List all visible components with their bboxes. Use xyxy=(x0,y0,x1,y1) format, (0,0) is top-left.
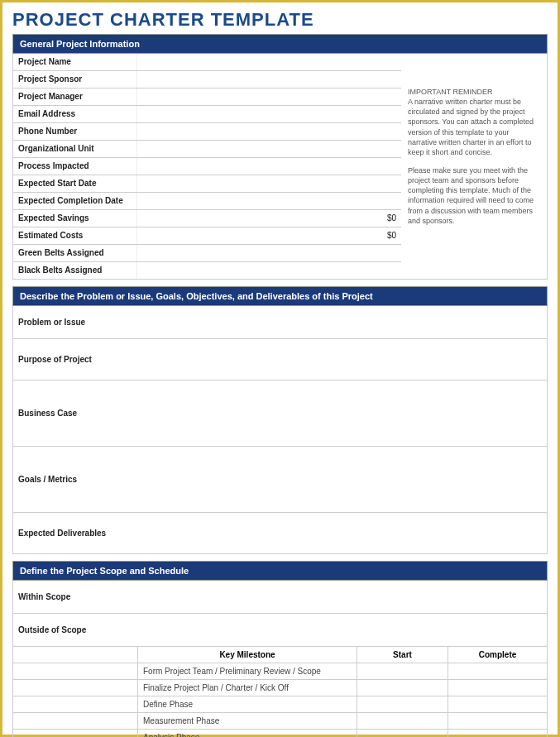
describe-row: Business Case xyxy=(12,380,548,447)
milestone-blank xyxy=(13,730,137,737)
describe-row: Goals / Metrics xyxy=(12,447,548,513)
milestone-complete[interactable] xyxy=(448,730,547,737)
info-label: Green Belts Assigned xyxy=(12,245,136,261)
info-row: Email Address xyxy=(12,106,401,123)
describe-label: Problem or Issue xyxy=(13,314,137,330)
info-value[interactable] xyxy=(136,245,401,261)
milestone-name: Finalize Project Plan / Charter / Kick O… xyxy=(137,680,357,696)
describe-label: Expected Deliverables xyxy=(13,525,137,541)
milestone-name: Measurement Phase xyxy=(137,713,357,729)
describe-label: Business Case xyxy=(13,405,137,421)
general-info-table: Project NameProject SponsorProject Manag… xyxy=(12,54,548,280)
reminder-panel: IMPORTANT REMINDER A narrative written c… xyxy=(401,54,548,280)
milestone-complete[interactable] xyxy=(448,696,547,712)
scope-label: Within Scope xyxy=(13,589,137,605)
info-value[interactable] xyxy=(136,158,401,175)
section-header-scope: Define the Project Scope and Schedule xyxy=(12,561,548,581)
info-value[interactable] xyxy=(136,141,401,157)
milestone-header-row: Key Milestone Start Complete xyxy=(12,647,548,663)
info-label: Project Manager xyxy=(12,89,136,105)
info-label: Project Sponsor xyxy=(12,71,136,88)
describe-label: Goals / Metrics xyxy=(13,471,137,487)
milestone-complete[interactable] xyxy=(448,663,547,679)
milestone-complete[interactable] xyxy=(448,713,547,729)
milestone-header-blank xyxy=(13,647,137,663)
describe-row: Expected Deliverables xyxy=(12,513,548,554)
milestone-start[interactable] xyxy=(357,730,448,737)
milestone-body: Form Project Team / Preliminary Review /… xyxy=(12,663,548,737)
reminder-p1: A narrative written charter must be circ… xyxy=(408,97,540,157)
milestone-row: Form Project Team / Preliminary Review /… xyxy=(12,663,548,680)
describe-row: Problem or Issue xyxy=(12,306,548,339)
info-label: Expected Start Date xyxy=(12,175,136,192)
milestone-row: Define Phase xyxy=(12,696,548,713)
milestone-header-start: Start xyxy=(357,647,448,663)
scope-row: Outside of Scope xyxy=(12,614,548,647)
info-row: Expected Savings$0 xyxy=(12,210,401,227)
info-row: Expected Start Date xyxy=(12,175,401,193)
milestone-row: Finalize Project Plan / Charter / Kick O… xyxy=(12,680,548,696)
info-row: Expected Completion Date xyxy=(12,193,401,210)
milestone-blank xyxy=(13,680,137,696)
info-value[interactable] xyxy=(136,193,401,209)
scope-row: Within Scope xyxy=(12,581,548,614)
info-value[interactable]: $0 xyxy=(136,210,401,227)
milestone-row: Measurement Phase xyxy=(12,713,548,730)
milestone-name: Define Phase xyxy=(137,696,357,712)
section-header-general: General Project Information xyxy=(12,34,548,54)
general-info-left: Project NameProject SponsorProject Manag… xyxy=(12,54,401,280)
info-label: Expected Savings xyxy=(12,210,136,227)
info-value[interactable] xyxy=(136,262,401,279)
info-row: Black Belts Assigned xyxy=(12,262,401,280)
info-label: Process Impacted xyxy=(12,158,136,175)
info-row: Process Impacted xyxy=(12,158,401,175)
milestone-name: Form Project Team / Preliminary Review /… xyxy=(137,663,357,679)
milestone-blank xyxy=(13,696,137,712)
info-row: Project Manager xyxy=(12,89,401,106)
reminder-heading: IMPORTANT REMINDER xyxy=(408,87,540,97)
info-label: Black Belts Assigned xyxy=(12,262,136,279)
info-value[interactable] xyxy=(136,89,401,105)
info-row: Phone Number xyxy=(12,123,401,141)
milestone-header-complete: Complete xyxy=(448,647,547,663)
scope-label: Outside of Scope xyxy=(13,622,137,638)
describe-row: Purpose of Project xyxy=(12,339,548,380)
info-value[interactable] xyxy=(136,106,401,122)
info-label: Phone Number xyxy=(12,123,136,140)
reminder-p2: Please make sure you meet with the proje… xyxy=(408,165,540,226)
milestone-start[interactable] xyxy=(357,663,448,679)
describe-body: Problem or IssuePurpose of ProjectBusine… xyxy=(12,306,548,554)
info-row: Project Name xyxy=(12,54,401,71)
page-title: PROJECT CHARTER TEMPLATE xyxy=(12,9,548,31)
describe-label: Purpose of Project xyxy=(13,352,137,367)
milestone-start[interactable] xyxy=(357,680,448,696)
info-value[interactable]: $0 xyxy=(136,227,401,244)
milestone-name: Analysis Phase xyxy=(137,730,357,737)
page-container: PROJECT CHARTER TEMPLATE General Project… xyxy=(0,0,560,737)
scope-body: Within ScopeOutside of Scope xyxy=(12,581,548,647)
info-value[interactable] xyxy=(136,123,401,140)
info-row: Organizational Unit xyxy=(12,141,401,158)
milestone-row: Analysis Phase xyxy=(12,730,548,737)
info-label: Project Name xyxy=(12,54,136,70)
info-value[interactable] xyxy=(136,54,401,70)
milestone-start[interactable] xyxy=(357,713,448,729)
milestone-blank xyxy=(13,713,137,729)
milestone-complete[interactable] xyxy=(448,680,547,696)
info-row: Estimated Costs$0 xyxy=(12,227,401,245)
info-value[interactable] xyxy=(136,175,401,192)
info-label: Email Address xyxy=(12,106,136,122)
info-row: Project Sponsor xyxy=(12,71,401,89)
info-label: Estimated Costs xyxy=(12,227,136,244)
milestone-header-key: Key Milestone xyxy=(137,647,357,663)
section-header-describe: Describe the Problem or Issue, Goals, Ob… xyxy=(12,286,548,306)
milestone-blank xyxy=(13,663,137,679)
milestone-start[interactable] xyxy=(357,696,448,712)
info-row: Green Belts Assigned xyxy=(12,245,401,262)
info-value[interactable] xyxy=(136,71,401,88)
info-label: Expected Completion Date xyxy=(12,193,136,209)
info-label: Organizational Unit xyxy=(12,141,136,157)
